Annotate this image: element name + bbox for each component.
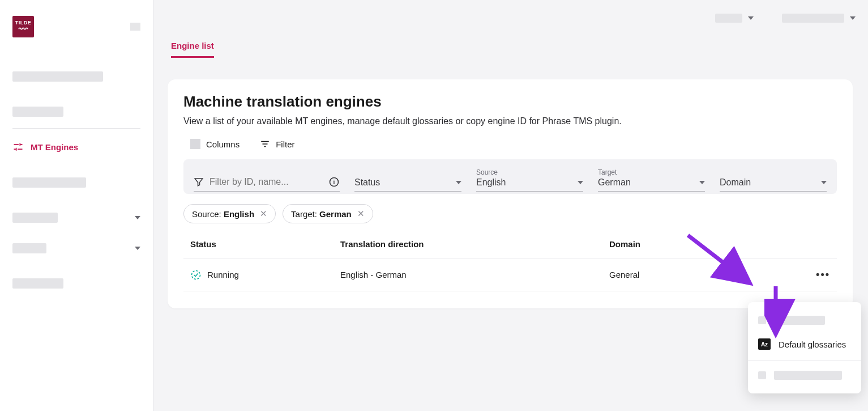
tab-engine-list[interactable]: Engine list [171, 41, 214, 58]
brand-logo[interactable]: TILDE 〰 [12, 16, 34, 37]
close-icon[interactable]: ✕ [260, 209, 267, 219]
table-toolbar: Columns Filter [183, 139, 837, 149]
filter-chips: Source: English ✕ Target: German ✕ [183, 204, 837, 223]
chevron-down-icon [578, 181, 583, 184]
status-text: Running [207, 270, 239, 279]
domain-text: General [609, 270, 796, 279]
close-icon[interactable]: ✕ [357, 209, 365, 219]
filter-panel: i Status Source English Target German [183, 159, 837, 194]
menu-item[interactable] [748, 364, 861, 387]
chevron-down-icon [821, 181, 827, 184]
menu-toggle-icon[interactable] [130, 23, 140, 31]
page-subtitle: View a list of your available MT engines… [183, 116, 837, 126]
chevron-down-icon [850, 16, 856, 20]
menu-item-default-glossaries[interactable]: Az Default glossaries [748, 332, 861, 357]
direction-text: English - German [340, 270, 609, 279]
row-actions-button[interactable]: ••• [816, 269, 830, 280]
tabs: Engine list [171, 41, 214, 58]
sliders-icon [12, 141, 24, 152]
glossary-icon: Az [758, 338, 771, 350]
columns-icon [190, 139, 200, 149]
chevron-down-icon [456, 181, 461, 184]
topbar [715, 14, 856, 23]
filter-target[interactable]: Target German [598, 168, 705, 192]
chevron-down-icon [135, 216, 140, 219]
filter-icon [260, 139, 270, 149]
filter-button[interactable]: Filter [260, 139, 294, 149]
sidebar: TILDE 〰 MT Engines [0, 0, 153, 411]
sidebar-item-expandable[interactable] [12, 238, 140, 259]
filter-status[interactable]: Status [354, 177, 461, 192]
chevron-down-icon [748, 16, 754, 20]
filter-source[interactable]: Source English [476, 168, 583, 192]
col-direction: Translation direction [340, 239, 609, 249]
filter-search[interactable]: i [194, 176, 340, 192]
chip-source[interactable]: Source: English ✕ [183, 204, 276, 223]
sidebar-item[interactable] [12, 66, 140, 87]
chip-target[interactable]: Target: German ✕ [283, 204, 373, 223]
filter-domain[interactable]: Domain [720, 177, 827, 192]
sidebar-item[interactable] [12, 273, 140, 294]
sidebar-item[interactable] [12, 172, 140, 193]
row-actions-menu: Az Default glossaries [748, 302, 861, 393]
col-domain: Domain [609, 239, 796, 249]
running-status-icon [190, 269, 202, 281]
sidebar-item-mt-engines[interactable]: MT Engines [12, 135, 140, 158]
sidebar-item[interactable] [12, 101, 140, 122]
columns-button[interactable]: Columns [190, 139, 240, 149]
funnel-icon [194, 177, 204, 187]
table-header: Status Translation direction Domain [183, 229, 837, 259]
topbar-dropdown[interactable] [715, 14, 754, 23]
info-icon[interactable]: i [328, 176, 340, 188]
chevron-down-icon [135, 247, 140, 250]
svg-text:i: i [333, 179, 335, 185]
sidebar-item-label: MT Engines [31, 142, 78, 152]
col-status: Status [190, 239, 340, 249]
menu-item[interactable] [748, 309, 861, 332]
page-title: Machine translation engines [183, 93, 837, 111]
search-input[interactable] [209, 177, 323, 187]
svg-point-2 [192, 270, 200, 279]
table-row: Running English - German General ••• [183, 259, 837, 291]
sidebar-item-expandable[interactable] [12, 207, 140, 228]
main-card: Machine translation engines View a list … [168, 79, 853, 308]
chevron-down-icon [699, 181, 705, 184]
topbar-dropdown[interactable] [782, 14, 856, 23]
